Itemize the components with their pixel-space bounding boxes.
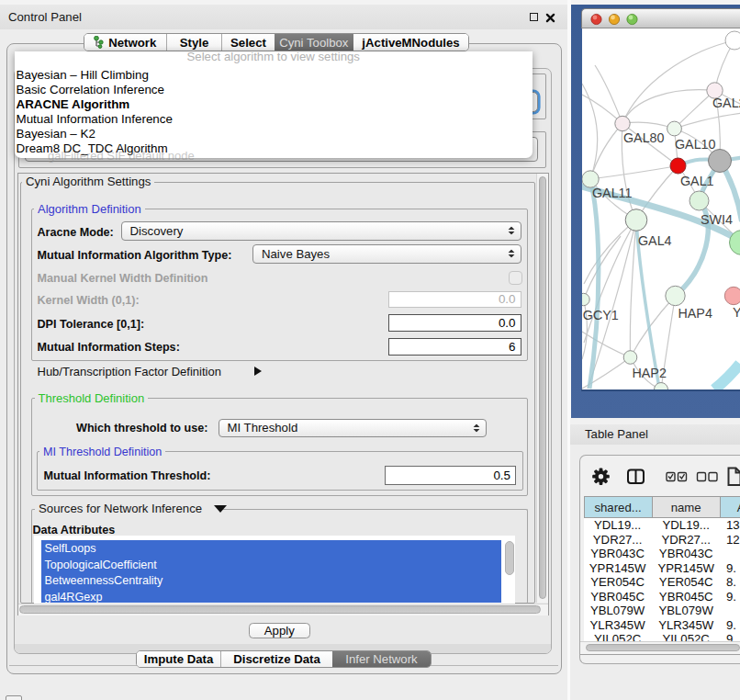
svg-text:GCY1: GCY1 [583, 308, 619, 322]
svg-text:HAP4: HAP4 [678, 306, 712, 321]
svg-text:SWI4: SWI4 [701, 212, 733, 227]
svg-text:GAL4: GAL4 [638, 233, 672, 248]
svg-text:HAP2: HAP2 [633, 366, 667, 380]
svg-text:GAL10: GAL10 [675, 137, 716, 152]
svg-text:GAL1: GAL1 [680, 174, 714, 188]
svg-text:GAL80: GAL80 [623, 130, 665, 145]
svg-text:GAL11: GAL11 [592, 186, 632, 200]
svg-text:YM: YM [733, 305, 740, 320]
svg-text:GAL2: GAL2 [712, 96, 740, 110]
